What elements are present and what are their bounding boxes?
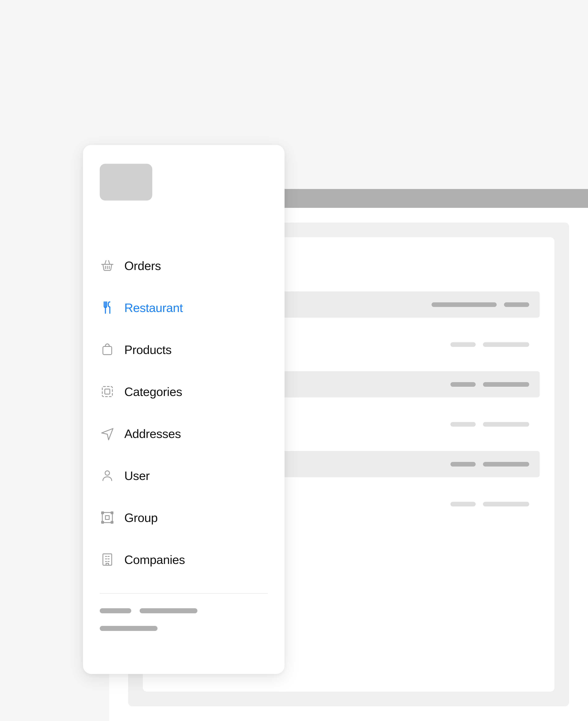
placeholder <box>100 626 158 631</box>
user-icon <box>100 468 115 483</box>
basket-icon <box>100 258 115 273</box>
sidebar-item-categories[interactable]: Categories <box>100 370 268 412</box>
utensils-icon <box>100 300 115 315</box>
sidebar-item-label: Group <box>124 511 158 525</box>
svg-rect-9 <box>105 516 109 519</box>
placeholder <box>483 422 529 427</box>
sidebar-item-label: Orders <box>124 259 161 273</box>
placeholder <box>450 462 476 467</box>
building-icon <box>100 552 115 567</box>
sidebar-item-label: Categories <box>124 385 182 399</box>
logo-placeholder <box>100 164 152 200</box>
sidebar-item-label: Restaurant <box>124 301 183 315</box>
sidebar-item-label: User <box>124 469 149 483</box>
dashed-box-icon <box>100 384 115 399</box>
bag-icon <box>100 342 115 357</box>
sidebar-divider <box>100 593 268 594</box>
compass-icon <box>100 426 115 441</box>
sidebar: Orders Restaurant Products <box>83 145 285 674</box>
sidebar-item-label: Products <box>124 343 172 357</box>
placeholder <box>450 382 476 387</box>
sidebar-item-restaurant[interactable]: Restaurant <box>100 287 268 328</box>
placeholder <box>140 608 197 613</box>
sidebar-footer-row <box>100 626 268 631</box>
placeholder <box>483 342 529 347</box>
sidebar-item-orders[interactable]: Orders <box>100 245 268 287</box>
placeholder <box>450 342 476 347</box>
sidebar-footer-row <box>100 608 268 613</box>
sidebar-item-addresses[interactable]: Addresses <box>100 412 268 454</box>
sidebar-item-user[interactable]: User <box>100 454 268 496</box>
svg-rect-1 <box>102 386 112 397</box>
sidebar-item-products[interactable]: Products <box>100 328 268 370</box>
placeholder <box>100 608 131 613</box>
placeholder <box>483 462 529 467</box>
placeholder <box>483 502 529 506</box>
sidebar-item-label: Companies <box>124 553 185 567</box>
placeholder <box>450 422 476 427</box>
svg-rect-2 <box>105 389 110 394</box>
placeholder <box>432 302 497 307</box>
sidebar-item-companies[interactable]: Companies <box>100 538 268 580</box>
svg-rect-0 <box>103 346 112 355</box>
placeholder <box>450 502 476 506</box>
sidebar-nav: Orders Restaurant Products <box>100 245 268 580</box>
svg-point-3 <box>105 471 110 475</box>
sidebar-item-group[interactable]: Group <box>100 496 268 538</box>
group-frame-icon <box>100 510 115 525</box>
sidebar-item-label: Addresses <box>124 427 181 441</box>
placeholder <box>504 302 529 307</box>
placeholder <box>483 382 529 387</box>
